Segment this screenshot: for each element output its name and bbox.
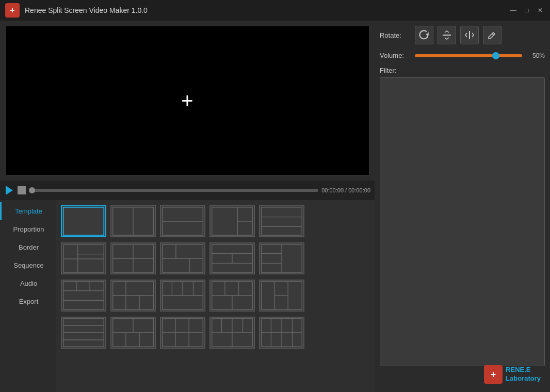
template-row-3 <box>61 280 369 312</box>
video-preview[interactable]: + <box>5 26 369 175</box>
template-grid6a-icon <box>62 318 105 348</box>
template-single-icon <box>62 206 105 236</box>
bottom-area: Template Proportion Border Sequence Audi… <box>0 200 375 392</box>
svg-line-14 <box>78 254 104 259</box>
flip-vertical-icon <box>442 30 452 40</box>
sidebar-item-border[interactable]: Border <box>0 238 56 256</box>
edit-button[interactable] <box>483 26 502 44</box>
template-grid4d-icon <box>211 243 254 273</box>
main-area: + 00:00:00 / 00:00:00 Template Proportio… <box>0 21 550 392</box>
template-1plus2[interactable] <box>209 205 255 237</box>
template-grid6c[interactable] <box>160 317 205 349</box>
template-grid6d[interactable] <box>209 317 255 349</box>
template-grid4c-icon <box>161 243 204 273</box>
renee-text: RENE.E Laboratory <box>506 366 541 383</box>
renee-line1: RENE.E <box>506 366 541 374</box>
volume-label: Volume: <box>380 52 411 59</box>
template-grid5d-icon <box>211 281 254 311</box>
left-panel: + 00:00:00 / 00:00:00 Template Proportio… <box>0 21 375 392</box>
sidebar-item-sequence[interactable]: Sequence <box>0 256 56 274</box>
volume-slider[interactable] <box>415 54 522 57</box>
template-grid4b[interactable] <box>110 242 156 274</box>
sidebar-nav: Template Proportion Border Sequence Audi… <box>0 200 56 392</box>
sidebar-item-proportion[interactable]: Proportion <box>0 220 56 238</box>
volume-thumb[interactable] <box>492 52 499 59</box>
template-2col-icon <box>111 206 155 236</box>
sidebar-item-template[interactable]: Template <box>0 202 56 220</box>
template-grid-area <box>56 200 375 392</box>
stop-button[interactable] <box>18 186 26 194</box>
time-display: 00:00:00 / 00:00:00 <box>321 187 370 193</box>
template-grid4e-icon <box>260 243 303 273</box>
flip-vertical-button[interactable] <box>438 26 456 44</box>
template-grid6d-icon <box>211 318 254 348</box>
template-row-1 <box>61 205 369 237</box>
template-scroll[interactable] <box>56 200 375 392</box>
svg-rect-11 <box>63 244 104 272</box>
template-grid6b[interactable] <box>110 317 156 349</box>
rotate-label: Rotate: <box>380 31 411 39</box>
template-row-4 <box>61 317 369 349</box>
template-2row[interactable] <box>160 205 205 237</box>
edit-icon <box>487 30 497 40</box>
rotate-cw-button[interactable] <box>415 26 433 44</box>
template-1plus2-icon <box>211 206 254 236</box>
titlebar: + Renee Split Screen Video Maker 1.0.0 —… <box>0 0 550 21</box>
template-grid5e[interactable] <box>259 280 304 312</box>
sidebar-item-export[interactable]: Export <box>0 292 56 311</box>
filter-box <box>380 77 545 366</box>
template-grid4e[interactable] <box>259 242 304 274</box>
play-button[interactable] <box>4 185 14 195</box>
flip-horizontal-button[interactable] <box>460 26 479 44</box>
play-triangle-icon <box>6 186 13 195</box>
flip-horizontal-icon <box>464 30 475 40</box>
progress-bar[interactable] <box>29 189 318 192</box>
filter-label: Filter: <box>380 67 545 74</box>
renee-icon: + <box>484 365 503 384</box>
template-grid5a[interactable] <box>61 280 106 312</box>
template-grid5c-icon <box>161 281 204 311</box>
template-single[interactable] <box>61 205 106 237</box>
rotate-cw-icon <box>419 30 429 40</box>
playback-bar: 00:00:00 / 00:00:00 <box>0 181 375 200</box>
template-grid5e-icon <box>260 281 303 311</box>
svg-rect-0 <box>63 207 104 235</box>
template-grid5b[interactable] <box>110 280 156 312</box>
template-grid6e-icon <box>260 318 303 348</box>
template-grid5a-icon <box>62 281 105 311</box>
template-grid5d[interactable] <box>209 280 255 312</box>
maximize-button[interactable]: □ <box>522 6 531 15</box>
renee-line2: Laboratory <box>506 374 541 383</box>
template-grid4a-icon <box>62 243 105 273</box>
template-grid4b-icon <box>111 243 155 273</box>
template-row-2 <box>61 242 369 274</box>
volume-track <box>415 54 522 57</box>
template-grid4c[interactable] <box>160 242 205 274</box>
template-2col[interactable] <box>110 205 156 237</box>
template-2row-icon <box>161 206 204 236</box>
svg-rect-8 <box>262 207 302 235</box>
template-grid6b-icon <box>111 318 155 348</box>
template-grid6a[interactable] <box>61 317 106 349</box>
window-controls: — □ ✕ <box>509 6 545 15</box>
close-button[interactable]: ✕ <box>536 6 545 15</box>
add-video-icon: + <box>181 90 193 111</box>
volume-percentage: 50% <box>526 52 545 59</box>
template-grid6e[interactable] <box>259 317 304 349</box>
renee-logo: + RENE.E Laboratory <box>484 365 541 384</box>
rotate-row: Rotate: <box>380 26 545 44</box>
svg-rect-32 <box>63 282 104 309</box>
minimize-button[interactable]: — <box>509 6 518 15</box>
template-3row-icon <box>260 206 303 236</box>
template-grid4d[interactable] <box>209 242 255 274</box>
template-grid5c[interactable] <box>160 280 205 312</box>
app-logo: + <box>5 3 20 18</box>
app-title: Renee Split Screen Video Maker 1.0.0 <box>25 6 509 14</box>
template-grid6c-icon <box>161 318 204 348</box>
sidebar-item-audio[interactable]: Audio <box>0 274 56 292</box>
template-grid4a[interactable] <box>61 242 106 274</box>
template-3row[interactable] <box>259 205 304 237</box>
progress-thumb <box>29 187 35 193</box>
right-panel: Rotate: <box>375 21 550 392</box>
volume-row: Volume: 50% <box>380 52 545 59</box>
